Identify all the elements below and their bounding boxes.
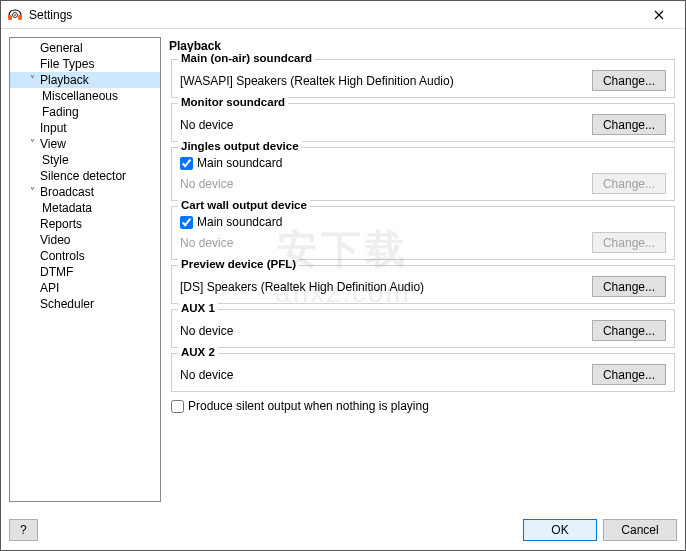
- silent-output-checkbox-label: Produce silent output when nothing is pl…: [188, 399, 429, 413]
- group-legend: Main (on-air) soundcard: [178, 52, 315, 64]
- sidebar-item-controls[interactable]: Controls: [10, 248, 160, 264]
- change-main-button[interactable]: Change...: [592, 70, 666, 91]
- chevron-down-icon: ˅: [26, 72, 38, 88]
- sidebar-item-label: Broadcast: [38, 184, 94, 200]
- panel-heading: Playback: [169, 39, 677, 53]
- sidebar-item-broadcast[interactable]: ˅Broadcast: [10, 184, 160, 200]
- svg-point-3: [14, 14, 16, 16]
- sidebar-item-label: Controls: [38, 248, 85, 264]
- sidebar-item-metadata[interactable]: Metadata: [10, 200, 160, 216]
- svg-rect-1: [18, 15, 22, 20]
- sidebar-item-label: API: [38, 280, 59, 296]
- sidebar-item-silence-detector[interactable]: Silence detector: [10, 168, 160, 184]
- jingles-output-value: No device: [180, 177, 584, 191]
- sidebar-item-reports[interactable]: Reports: [10, 216, 160, 232]
- sidebar-item-dtmf[interactable]: DTMF: [10, 264, 160, 280]
- titlebar: Settings: [1, 1, 685, 29]
- sidebar-item-label: Playback: [38, 72, 89, 88]
- sidebar-item-general[interactable]: General: [10, 40, 160, 56]
- change-monitor-button[interactable]: Change...: [592, 114, 666, 135]
- window-title: Settings: [29, 8, 72, 22]
- sidebar-item-label: General: [38, 40, 83, 56]
- sidebar-item-input[interactable]: Input: [10, 120, 160, 136]
- sidebar-item-label: View: [38, 136, 66, 152]
- sidebar-item-label: Reports: [38, 216, 82, 232]
- sidebar-item-view[interactable]: ˅View: [10, 136, 160, 152]
- sidebar-item-playback[interactable]: ˅Playback: [10, 72, 160, 88]
- sidebar-item-miscellaneous[interactable]: Miscellaneous: [10, 88, 160, 104]
- jingles-main-checkbox[interactable]: Main soundcard: [180, 156, 666, 170]
- settings-panel: Playback Main (on-air) soundcard [WASAPI…: [169, 37, 677, 502]
- cartwall-main-checkbox[interactable]: Main soundcard: [180, 215, 666, 229]
- group-aux1: AUX 1 No device Change...: [171, 309, 675, 348]
- group-legend: AUX 1: [178, 302, 218, 314]
- sidebar-item-label: Metadata: [40, 200, 92, 216]
- group-legend: Preview device (PFL): [178, 258, 299, 270]
- cancel-button[interactable]: Cancel: [603, 519, 677, 541]
- change-aux2-button[interactable]: Change...: [592, 364, 666, 385]
- jingles-main-checkbox-input[interactable]: [180, 157, 193, 170]
- group-main-soundcard: Main (on-air) soundcard [WASAPI] Speaker…: [171, 59, 675, 98]
- ok-button[interactable]: OK: [523, 519, 597, 541]
- sidebar-item-label: Silence detector: [38, 168, 126, 184]
- change-jingles-button: Change...: [592, 173, 666, 194]
- sidebar-item-file-types[interactable]: File Types: [10, 56, 160, 72]
- main-soundcard-value: [WASAPI] Speakers (Realtek High Definiti…: [180, 74, 584, 88]
- aux1-value: No device: [180, 324, 584, 338]
- group-cartwall-output: Cart wall output device Main soundcard N…: [171, 206, 675, 260]
- preview-device-value: [DS] Speakers (Realtek High Definition A…: [180, 280, 584, 294]
- sidebar-item-video[interactable]: Video: [10, 232, 160, 248]
- close-icon: [654, 10, 664, 20]
- sidebar-item-label: DTMF: [38, 264, 73, 280]
- group-legend: AUX 2: [178, 346, 218, 358]
- change-cartwall-button: Change...: [592, 232, 666, 253]
- group-legend: Cart wall output device: [178, 199, 310, 211]
- chevron-down-icon: ˅: [26, 136, 38, 152]
- svg-rect-0: [8, 15, 12, 20]
- sidebar-item-label: Fading: [40, 104, 79, 120]
- group-preview-device: Preview device (PFL) [DS] Speakers (Real…: [171, 265, 675, 304]
- sidebar-item-label: Video: [38, 232, 70, 248]
- sidebar-tree[interactable]: GeneralFile Types˅PlaybackMiscellaneousF…: [9, 37, 161, 502]
- sidebar-item-label: Style: [40, 152, 69, 168]
- cartwall-output-value: No device: [180, 236, 584, 250]
- sidebar-item-label: Input: [38, 120, 67, 136]
- sidebar-item-api[interactable]: API: [10, 280, 160, 296]
- silent-output-checkbox-input[interactable]: [171, 400, 184, 413]
- silent-output-checkbox[interactable]: Produce silent output when nothing is pl…: [171, 399, 675, 413]
- sidebar-item-label: File Types: [38, 56, 94, 72]
- sidebar-item-label: Scheduler: [38, 296, 94, 312]
- monitor-soundcard-value: No device: [180, 118, 584, 132]
- change-aux1-button[interactable]: Change...: [592, 320, 666, 341]
- group-legend: Monitor soundcard: [178, 96, 288, 108]
- sidebar-item-label: Miscellaneous: [40, 88, 118, 104]
- close-button[interactable]: [639, 1, 679, 29]
- sidebar-item-fading[interactable]: Fading: [10, 104, 160, 120]
- aux2-value: No device: [180, 368, 584, 382]
- footer: ? OK Cancel: [1, 510, 685, 550]
- group-monitor-soundcard: Monitor soundcard No device Change...: [171, 103, 675, 142]
- help-button[interactable]: ?: [9, 519, 38, 541]
- app-icon: [7, 7, 23, 23]
- group-aux2: AUX 2 No device Change...: [171, 353, 675, 392]
- jingles-main-checkbox-label: Main soundcard: [197, 156, 282, 170]
- content-area: GeneralFile Types˅PlaybackMiscellaneousF…: [1, 29, 685, 510]
- sidebar-item-style[interactable]: Style: [10, 152, 160, 168]
- cartwall-main-checkbox-input[interactable]: [180, 216, 193, 229]
- change-preview-button[interactable]: Change...: [592, 276, 666, 297]
- group-legend: Jingles output device: [178, 140, 302, 152]
- sidebar-item-scheduler[interactable]: Scheduler: [10, 296, 160, 312]
- group-jingles-output: Jingles output device Main soundcard No …: [171, 147, 675, 201]
- cartwall-main-checkbox-label: Main soundcard: [197, 215, 282, 229]
- chevron-down-icon: ˅: [26, 184, 38, 200]
